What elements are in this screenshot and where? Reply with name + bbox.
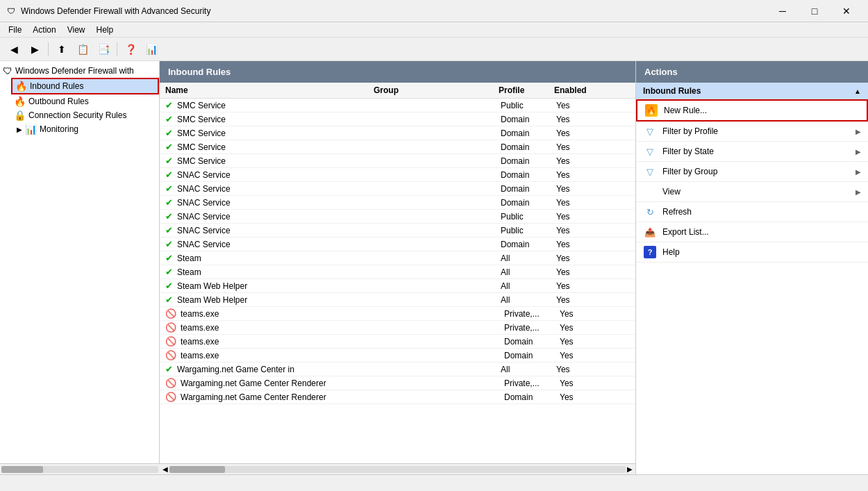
actions-header: Actions bbox=[636, 61, 868, 83]
content-hscroll[interactable]: ◀ ▶ bbox=[160, 463, 635, 474]
table-row[interactable]: ✔SteamAllYes bbox=[160, 265, 635, 279]
tree-root[interactable]: 🛡 Windows Defender Firewall with bbox=[0, 64, 159, 78]
hscroll-right[interactable]: ▶ bbox=[626, 465, 634, 473]
allow-icon: ✔ bbox=[165, 114, 173, 124]
tree-hscroll[interactable] bbox=[0, 463, 160, 474]
tree-connection-security[interactable]: 🔒 Connection Security Rules bbox=[11, 108, 159, 122]
tree-inbound-rules[interactable]: 🔥 Inbound Rules bbox=[11, 78, 159, 94]
table-row[interactable]: ✔Steam Web HelperAllYes bbox=[160, 293, 635, 307]
deny-icon: 🚫 bbox=[165, 322, 176, 333]
tree-monitoring[interactable]: ▶ 📊 Monitoring bbox=[11, 122, 159, 136]
allow-icon: ✔ bbox=[165, 294, 173, 305]
up-button[interactable]: ⬆ bbox=[52, 40, 72, 58]
row-enabled: Yes bbox=[556, 170, 605, 180]
row-enabled: Yes bbox=[556, 101, 605, 110]
menu-action[interactable]: Action bbox=[27, 24, 61, 36]
help-toolbar-button[interactable]: ❓ bbox=[121, 40, 140, 58]
row-profile: Public bbox=[501, 101, 556, 110]
row-name: Steam bbox=[177, 253, 376, 263]
row-profile: Domain bbox=[501, 142, 556, 152]
maximize-button[interactable]: □ bbox=[799, 0, 831, 22]
table-row[interactable]: ✔SteamAllYes bbox=[160, 251, 635, 265]
allow-icon: ✔ bbox=[165, 183, 173, 194]
refresh-icon: ↻ bbox=[643, 205, 657, 219]
table-row[interactable]: 🚫teams.exePrivate,...Yes bbox=[160, 307, 635, 321]
deny-icon: 🚫 bbox=[165, 392, 176, 402]
row-enabled: Yes bbox=[556, 253, 605, 263]
menu-file[interactable]: File bbox=[3, 24, 27, 36]
row-enabled: Yes bbox=[560, 323, 608, 333]
view-action[interactable]: View ▶ bbox=[636, 182, 868, 202]
export-action[interactable]: 📤 Export List... bbox=[636, 222, 868, 242]
table-row[interactable]: 🚫teams.exeDomainYes bbox=[160, 335, 635, 349]
close-button[interactable]: ✕ bbox=[831, 0, 862, 22]
table-row[interactable]: ✔SNAC ServiceDomainYes bbox=[160, 238, 635, 251]
menu-view[interactable]: View bbox=[62, 24, 91, 36]
tree-outbound-rules[interactable]: 🔥 Outbound Rules bbox=[11, 94, 159, 108]
table-row[interactable]: 🚫teams.exeDomainYes bbox=[160, 349, 635, 363]
row-profile: All bbox=[501, 365, 556, 374]
toolbar-separator-2 bbox=[117, 42, 117, 56]
row-enabled: Yes bbox=[556, 115, 605, 124]
table-row[interactable]: ✔SNAC ServiceDomainYes bbox=[160, 182, 635, 196]
filter-profile-action[interactable]: ▽ Filter by Profile ▶ bbox=[636, 122, 868, 142]
toolbar: ◀ ▶ ⬆ 📋 📑 ❓ 📊 bbox=[0, 38, 868, 61]
filter-profile-label: Filter by Profile bbox=[662, 126, 856, 136]
table-row[interactable]: ✔SNAC ServicePublicYes bbox=[160, 224, 635, 238]
row-name: Wargaming.net Game Center Renderer bbox=[181, 378, 379, 388]
row-name: SNAC Service bbox=[177, 226, 376, 235]
table-row[interactable]: ✔SNAC ServiceDomainYes bbox=[160, 196, 635, 210]
table-row[interactable]: 🚫Wargaming.net Game Center RendererDomai… bbox=[160, 390, 635, 404]
table-row[interactable]: ✔SMC ServiceDomainYes bbox=[160, 140, 635, 154]
menu-help[interactable]: Help bbox=[91, 24, 119, 36]
help-icon: ? bbox=[643, 245, 657, 259]
row-profile: All bbox=[501, 281, 556, 291]
table-row[interactable]: ✔SMC ServicePublicYes bbox=[160, 99, 635, 113]
row-name: SNAC Service bbox=[177, 198, 376, 208]
row-profile: Public bbox=[501, 226, 556, 235]
copy-button[interactable]: 📋 bbox=[73, 40, 92, 58]
table-row[interactable]: ✔SNAC ServicePublicYes bbox=[160, 210, 635, 224]
actions-section-inbound[interactable]: Inbound Rules ▲ bbox=[636, 83, 868, 99]
main-container: 🛡 Windows Defender Firewall with 🔥 Inbou… bbox=[0, 61, 868, 474]
minimize-button[interactable]: ─ bbox=[767, 0, 799, 22]
table-row[interactable]: ✔SMC ServiceDomainYes bbox=[160, 126, 635, 140]
allow-icon: ✔ bbox=[165, 267, 173, 277]
filter-state-action[interactable]: ▽ Filter by State ▶ bbox=[636, 142, 868, 162]
hscroll-thumb[interactable] bbox=[169, 466, 225, 473]
tree-monitoring-label: Monitoring bbox=[40, 124, 78, 134]
table-row[interactable]: ✔SNAC ServiceDomainYes bbox=[160, 168, 635, 182]
table-row[interactable]: ✔SMC ServiceDomainYes bbox=[160, 154, 635, 168]
table-row[interactable]: ✔Wargaming.net Game Center inAllYes bbox=[160, 363, 635, 376]
table-row[interactable]: ✔SMC ServiceDomainYes bbox=[160, 113, 635, 126]
filter-group-action[interactable]: ▽ Filter by Group ▶ bbox=[636, 162, 868, 182]
row-enabled: Yes bbox=[556, 281, 605, 291]
row-name: SNAC Service bbox=[177, 184, 376, 194]
row-profile: All bbox=[501, 253, 556, 263]
tree-outbound-label: Outbound Rules bbox=[28, 97, 89, 106]
row-enabled: Yes bbox=[556, 267, 605, 277]
title-bar: 🛡 Windows Defender Firewall with Advance… bbox=[0, 0, 868, 22]
hscroll-left[interactable]: ◀ bbox=[161, 465, 169, 473]
row-enabled: Yes bbox=[556, 198, 605, 208]
table-row[interactable]: 🚫Wargaming.net Game Center RendererPriva… bbox=[160, 376, 635, 390]
back-button[interactable]: ◀ bbox=[4, 40, 24, 58]
help-action[interactable]: ? Help bbox=[636, 242, 868, 263]
expand-arrow: ▶ bbox=[14, 126, 25, 133]
allow-icon: ✔ bbox=[165, 128, 173, 138]
window-controls: ─ □ ✕ bbox=[767, 0, 862, 22]
app-title: Windows Defender Firewall with Advanced … bbox=[21, 6, 767, 16]
allow-icon: ✔ bbox=[165, 281, 173, 291]
refresh-action[interactable]: ↻ Refresh bbox=[636, 202, 868, 222]
paste-button[interactable]: 📑 bbox=[94, 40, 113, 58]
row-name: Steam bbox=[177, 267, 376, 277]
tree-inbound-label: Inbound Rules bbox=[30, 81, 83, 91]
new-rule-action[interactable]: 🔥 New Rule... bbox=[636, 99, 868, 122]
table-row[interactable]: ✔Steam Web HelperAllYes bbox=[160, 279, 635, 293]
table-body: ✔SMC ServicePublicYes✔SMC ServiceDomainY… bbox=[160, 99, 635, 463]
app-icon: 🛡 bbox=[6, 6, 17, 17]
table-row[interactable]: 🚫teams.exePrivate,...Yes bbox=[160, 321, 635, 335]
view-button[interactable]: 📊 bbox=[142, 40, 161, 58]
forward-button[interactable]: ▶ bbox=[25, 40, 44, 58]
status-bar bbox=[0, 474, 868, 491]
